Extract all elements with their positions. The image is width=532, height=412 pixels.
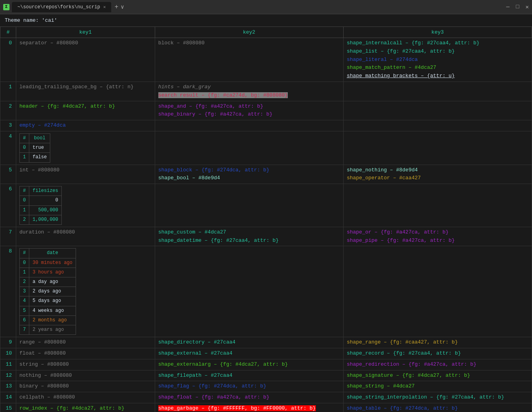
mini-cell: 2 months ago <box>29 315 76 325</box>
window-controls: — □ ✕ <box>506 4 529 10</box>
col-header-key3: key3 <box>343 27 532 38</box>
cell-key1: # date 0 30 minutes ago 1 3 hours ago <box>16 246 155 337</box>
cell-key3: shape_range – {fg: #caa427, attr: b} <box>343 337 532 348</box>
cell-key3: shape_redirection – {fg: #a427ca, attr: … <box>343 359 532 370</box>
mini-cell: 1 <box>20 205 29 215</box>
tab-dropdown-button[interactable]: ∨ <box>121 4 124 10</box>
row-num: 14 <box>0 392 16 403</box>
cell-key1: separator – #808080 <box>16 38 155 82</box>
row-num: 11 <box>0 359 16 370</box>
row-num: 15 <box>0 403 16 412</box>
cell-key2: hints – dark_gray search result – {fg: #… <box>155 82 343 101</box>
col-header-key1: key1 <box>16 27 155 38</box>
table-row: 0 separator – #808080 block – #808080 sh… <box>0 38 532 82</box>
cell-key1: binary – #808080 <box>16 381 155 392</box>
minimize-button[interactable]: — <box>506 4 509 10</box>
cell-key1: range – #808080 <box>16 337 155 348</box>
cell-key3 <box>343 184 532 227</box>
cell-key1: # bool 0 true 1 false <box>16 131 155 165</box>
table-row: 10 float – #808080 shape_external – #27c… <box>0 348 532 359</box>
table-row: 15 row_index – {fg: #4dca27, attr: b} sh… <box>0 403 532 412</box>
cell-key3: shape_internalcall – {fg: #27caa4, attr:… <box>343 38 532 82</box>
mini-cell: true <box>29 143 50 153</box>
mini-cell: 2 <box>20 215 29 224</box>
cell-key3 <box>343 101 532 120</box>
table-row: 7 duration – #808080 shape_custom – #4dc… <box>0 227 532 246</box>
cell-key1: duration – #808080 <box>16 227 155 246</box>
mini-row: 6 2 months ago <box>20 315 76 325</box>
row-num: 4 <box>0 131 16 165</box>
table-row: 14 cellpath – #808080 shape_float – {fg:… <box>0 392 532 403</box>
tab-close-button[interactable]: ✕ <box>103 4 106 9</box>
cell-key3: shape_record – {fg: #27caa4, attr: b} <box>343 348 532 359</box>
cell-key2 <box>155 184 343 227</box>
mini-row: 1 500,000 <box>20 205 62 215</box>
mini-cell: 30 minutes ago <box>29 258 76 268</box>
cell-key1: # filesizes 0 0 1 500,000 <box>16 184 155 227</box>
mini-cell: false <box>29 153 50 162</box>
row-num: 1 <box>0 82 16 101</box>
active-tab[interactable]: ~\source\repos\forks\nu_scrip ✕ <box>12 2 111 12</box>
mini-cell: 2 <box>20 277 29 287</box>
mini-col-hash: # <box>20 133 29 143</box>
cell-key2: shape_and – {fg: #a427ca, attr: b} shape… <box>155 101 343 120</box>
cell-key3: shape_table – {fg: #274dca, attr: b} <box>343 403 532 412</box>
cell-key2: shape_directory – #27caa4 <box>155 337 343 348</box>
row-num: 7 <box>0 227 16 246</box>
table-row: 11 string – #808080 shape_externalarg – … <box>0 359 532 370</box>
cell-key3 <box>343 120 532 131</box>
mini-row: 2 a day ago <box>20 277 76 287</box>
cell-key3: shape_signature – {fg: #4dca27, attr: b} <box>343 370 532 381</box>
maximize-button[interactable]: □ <box>516 4 519 10</box>
mini-cell: a day ago <box>29 277 76 287</box>
col-header-hash: # <box>0 27 16 38</box>
mini-col-hash: # <box>20 186 29 196</box>
mini-cell: 2 years ago <box>29 325 76 334</box>
row-num: 10 <box>0 348 16 359</box>
row-num: 2 <box>0 101 16 120</box>
cell-key2: shape_flag – {fg: #274dca, attr: b} <box>155 381 343 392</box>
row-num: 9 <box>0 337 16 348</box>
mini-row: 0 0 <box>20 196 62 205</box>
date-mini-table: # date 0 30 minutes ago 1 3 hours ago <box>19 248 76 335</box>
mini-row: 2 1,000,000 <box>20 215 62 224</box>
mini-row: 0 true <box>20 143 50 153</box>
cell-key3 <box>343 131 532 165</box>
table-row: 9 range – #808080 shape_directory – #27c… <box>0 337 532 348</box>
tab-label: ~\source\repos\forks\nu_scrip <box>17 4 100 10</box>
row-num: 6 <box>0 184 16 227</box>
mini-cell: 7 <box>20 325 29 334</box>
row-num: 0 <box>0 38 16 82</box>
cell-key3: shape_string – #4dca27 <box>343 381 532 392</box>
mini-cell: 3 hours ago <box>29 268 76 277</box>
cell-key2: shape_block – {fg: #274dca, attr: b} sha… <box>155 165 343 184</box>
mini-row: 5 4 weeks ago <box>20 306 76 315</box>
cell-key1: header – {fg: #4dca27, attr: b} <box>16 101 155 120</box>
cell-key1: float – #808080 <box>16 348 155 359</box>
col-header-key2: key2 <box>155 27 343 38</box>
cell-key2: shape_external – #27caa4 <box>155 348 343 359</box>
new-tab-button[interactable]: + <box>114 4 118 11</box>
close-window-button[interactable]: ✕ <box>526 4 529 10</box>
table-row: 2 header – {fg: #4dca27, attr: b} shape_… <box>0 101 532 120</box>
mini-cell: 5 days ago <box>29 296 76 306</box>
table-row: 8 # date 0 30 minutes ago <box>0 246 532 337</box>
row-num: 3 <box>0 120 16 131</box>
cell-key2 <box>155 131 343 165</box>
cell-key1: leading_trailing_space_bg – {attr: n} <box>16 82 155 101</box>
mini-cell: 3 <box>20 287 29 296</box>
theme-name-line: Theme name: 'cai' <box>0 14 532 27</box>
mini-col-filesizes: filesizes <box>29 186 62 196</box>
cell-key2: shape_externalarg – {fg: #4dca27, attr: … <box>155 359 343 370</box>
mini-cell: 500,000 <box>29 205 62 215</box>
row-num: 12 <box>0 370 16 381</box>
cell-key2: block – #808080 <box>155 38 343 82</box>
cell-key1: nothing – #808080 <box>16 370 155 381</box>
mini-row: 3 2 days ago <box>20 287 76 296</box>
cell-key3: shape_or – {fg: #a427ca, attr: b} shape_… <box>343 227 532 246</box>
mini-col-hash: # <box>20 249 29 258</box>
table-row: 12 nothing – #808080 shape_filepath – #2… <box>0 370 532 381</box>
mini-row: 4 5 days ago <box>20 296 76 306</box>
cell-key1: empty – #274dca <box>16 120 155 131</box>
cell-key3 <box>343 82 532 101</box>
